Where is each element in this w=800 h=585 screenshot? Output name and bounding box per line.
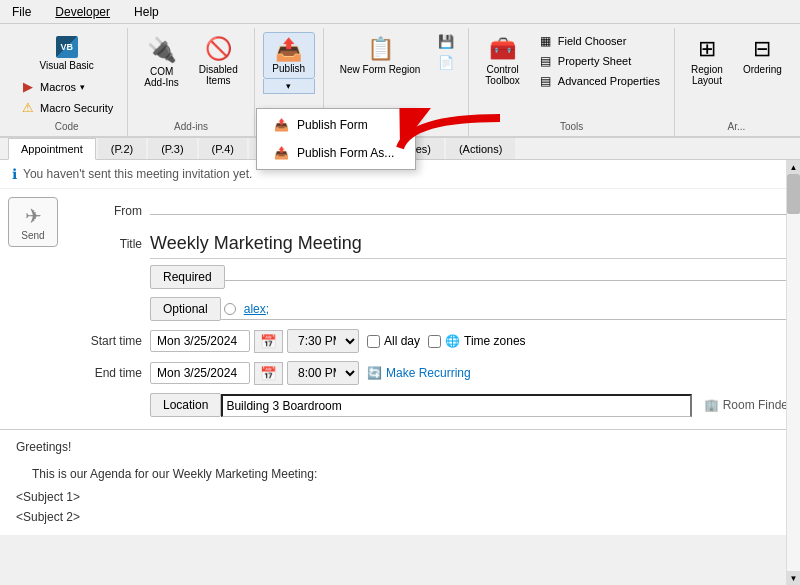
- optional-radio[interactable]: [224, 303, 236, 315]
- property-sheet-button[interactable]: ▤ Property Sheet: [532, 52, 666, 70]
- tab-appointment[interactable]: Appointment: [8, 138, 96, 160]
- all-day-label: All day: [384, 334, 420, 348]
- body-line1: This is our Agenda for our Weekly Market…: [32, 465, 784, 484]
- scroll-bar: ▲ ▼: [786, 160, 800, 585]
- title-row: Title Weekly Marketing Meeting: [82, 229, 792, 259]
- end-date-picker-button[interactable]: 📅: [254, 362, 283, 385]
- publish-dropdown-button[interactable]: ▾: [263, 79, 315, 94]
- end-time-label: End time: [82, 366, 142, 380]
- code-group: VB Visual Basic ▶ Macros ▾ ⚠ Macro Secur…: [6, 28, 128, 136]
- advanced-properties-icon: ▤: [538, 74, 554, 88]
- region-layout-button[interactable]: ⊞ Region Layout: [683, 32, 731, 90]
- start-time-label: Start time: [82, 334, 142, 348]
- scroll-track[interactable]: [787, 174, 800, 571]
- menu-developer[interactable]: Developer: [51, 3, 114, 21]
- ordering-button[interactable]: ⊟ Ordering: [735, 32, 790, 90]
- code-group-label: Code: [55, 117, 79, 132]
- start-time-select[interactable]: 7:30 PM: [287, 329, 359, 353]
- control-toolbox-button[interactable]: 🧰 Control Toolbox: [477, 32, 527, 90]
- addins-group-label: Add-ins: [174, 117, 208, 132]
- body-area[interactable]: Greetings! This is our Agenda for our We…: [0, 429, 800, 535]
- publish-chevron-icon: ▾: [286, 81, 291, 91]
- macros-icon: ▶: [20, 79, 36, 94]
- com-addins-icon: 🔌: [147, 36, 177, 64]
- optional-value: alex;: [244, 302, 269, 316]
- scroll-down-button[interactable]: ▼: [787, 571, 800, 585]
- control-toolbox-icon: 🧰: [489, 36, 516, 62]
- form-save-icon: 💾: [438, 34, 454, 49]
- disabled-items-button[interactable]: 🚫 Disabled Items: [191, 32, 246, 90]
- macros-button[interactable]: ▶ Macros ▾: [14, 77, 119, 96]
- optional-button[interactable]: Optional: [150, 297, 221, 321]
- menu-file[interactable]: File: [8, 3, 35, 21]
- end-time-select[interactable]: 8:00 PM: [287, 361, 359, 385]
- recur-icon: 🔄: [367, 366, 382, 380]
- info-icon: ℹ: [12, 166, 17, 182]
- ordering-icon: ⊟: [753, 36, 771, 62]
- end-calendar-icon: 📅: [260, 366, 277, 381]
- calendar-icon: 📅: [260, 334, 277, 349]
- scroll-up-button[interactable]: ▲: [787, 160, 800, 174]
- property-sheet-icon: ▤: [538, 54, 554, 68]
- advanced-properties-button[interactable]: ▤ Advanced Properties: [532, 72, 666, 90]
- arrange-group-label: Ar...: [727, 117, 745, 132]
- macro-security-button[interactable]: ⚠ Macro Security: [14, 98, 119, 117]
- new-form-region-button[interactable]: 📋 New Form Region: [332, 32, 429, 79]
- tab-p4[interactable]: (P.4): [199, 138, 247, 159]
- send-button[interactable]: ✈ Send: [8, 197, 58, 247]
- form-region-icon2: 📄: [438, 55, 454, 70]
- all-day-checkbox[interactable]: [367, 335, 380, 348]
- publish-form-as-icon: 📤: [273, 145, 289, 161]
- visual-basic-icon: VB: [56, 36, 78, 58]
- info-text: You haven't sent this meeting invitation…: [23, 167, 252, 181]
- body-greeting: Greetings!: [16, 438, 784, 457]
- region-layout-icon: ⊞: [698, 36, 716, 62]
- start-date-input[interactable]: [150, 330, 250, 352]
- send-icon: ✈: [25, 204, 42, 228]
- scroll-thumb[interactable]: [787, 174, 800, 214]
- disabled-items-icon: 🚫: [205, 36, 232, 62]
- time-zones-icon: 🌐: [445, 334, 460, 348]
- required-row: Required: [82, 263, 792, 291]
- time-zones-label: Time zones: [464, 334, 526, 348]
- form-region-extra1[interactable]: 💾: [432, 32, 460, 51]
- body-line3: <Subject 2>: [16, 508, 784, 527]
- time-zones-checkbox[interactable]: [428, 335, 441, 348]
- location-row: Location 🏢 Room Finder: [82, 391, 792, 419]
- end-date-input[interactable]: [150, 362, 250, 384]
- com-addins-button[interactable]: 🔌 COM Add-Ins: [136, 32, 186, 92]
- location-button[interactable]: Location: [150, 393, 221, 417]
- form-region-extra2[interactable]: 📄: [432, 53, 460, 72]
- required-button[interactable]: Required: [150, 265, 225, 289]
- from-field: [150, 208, 792, 215]
- tab-p2[interactable]: (P.2): [98, 138, 146, 159]
- visual-basic-button[interactable]: VB Visual Basic: [14, 32, 119, 75]
- red-arrow: [390, 108, 510, 171]
- all-day-container: All day: [367, 334, 420, 348]
- make-recurring-button[interactable]: 🔄 Make Recurring: [367, 366, 471, 380]
- tab-p3[interactable]: (P.3): [148, 138, 196, 159]
- time-zones-container: 🌐 Time zones: [428, 334, 526, 348]
- menu-help[interactable]: Help: [130, 3, 163, 21]
- addins-group: 🔌 COM Add-Ins 🚫 Disabled Items Add-ins: [128, 28, 254, 136]
- start-time-row: Start time 📅 7:30 PM All day: [82, 327, 792, 355]
- end-time-row: End time 📅 8:00 PM 🔄 Make Recurring: [82, 359, 792, 387]
- tools-group-label: Tools: [560, 117, 583, 132]
- from-label: From: [82, 204, 142, 218]
- from-row: From: [82, 197, 792, 225]
- form-area: ℹ You haven't sent this meeting invitati…: [0, 160, 800, 535]
- location-input[interactable]: [221, 394, 691, 417]
- optional-row: Optional alex;: [82, 295, 792, 323]
- field-chooser-icon: ▦: [538, 34, 554, 48]
- menubar: File Developer Help: [0, 0, 800, 24]
- macro-security-icon: ⚠: [20, 100, 36, 115]
- field-chooser-button[interactable]: ▦ Field Chooser: [532, 32, 666, 50]
- start-date-picker-button[interactable]: 📅: [254, 330, 283, 353]
- publish-button[interactable]: 📤 Publish: [263, 32, 315, 79]
- title-field[interactable]: Weekly Marketing Meeting: [150, 229, 792, 259]
- arrange-group: ⊞ Region Layout ⊟ Ordering Ar...: [675, 28, 798, 136]
- body-line2: <Subject 1>: [16, 488, 784, 507]
- room-finder-icon: 🏢: [704, 398, 719, 412]
- macros-dropdown-icon: ▾: [80, 82, 85, 92]
- room-finder-button[interactable]: 🏢 Room Finder: [704, 398, 792, 412]
